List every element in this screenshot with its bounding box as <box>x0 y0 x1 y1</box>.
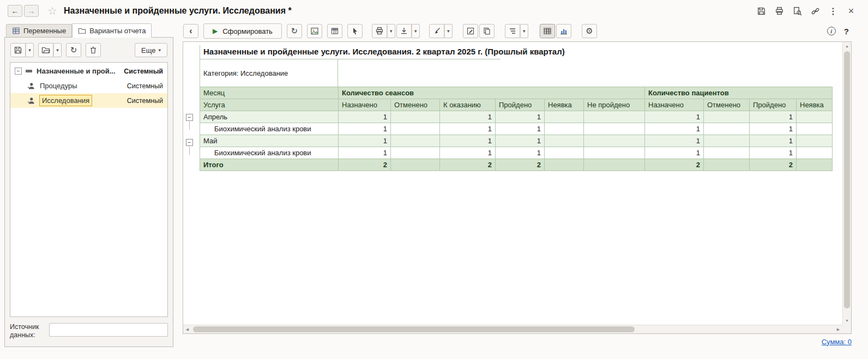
more-button[interactable]: Еще ▾ <box>135 43 167 57</box>
cell-value: 1 <box>339 135 391 147</box>
scroll-down-icon[interactable]: ▼ <box>843 317 851 325</box>
collapse-icon[interactable]: − <box>15 68 22 75</box>
save-icon[interactable] <box>755 5 767 17</box>
variants-panel: ▾ ▾ ↻ Еще ▾ −Назначенные и прой...Систе <box>4 37 173 347</box>
scroll-up-icon[interactable]: ▲ <box>843 42 851 50</box>
pointer-button[interactable] <box>347 24 363 38</box>
tree-row[interactable]: ПроцедурыСистемный <box>10 78 167 93</box>
horizontal-scrollbar[interactable]: ◀ ▶ <box>183 325 842 333</box>
datasource-input[interactable] <box>49 323 168 337</box>
collapse-settings-button[interactable]: ‹ <box>183 24 198 38</box>
table-row[interactable]: Биохимический анализ крови11111 <box>200 147 833 159</box>
forward-button[interactable]: → <box>24 5 39 17</box>
tree-row[interactable]: −Назначенные и прой...Системный <box>10 64 167 78</box>
cell-value <box>391 159 440 171</box>
save-split-button: ▾ <box>10 43 34 57</box>
variants-tree: −Назначенные и прой...СистемныйПроцедуры… <box>10 62 168 317</box>
save-variant-button[interactable] <box>10 43 26 57</box>
settings-gear-button[interactable]: ⚙ <box>582 24 597 38</box>
scrollbar-corner <box>842 325 851 333</box>
print-report-dropdown[interactable]: ▾ <box>387 24 395 38</box>
history-nav: ← → <box>8 5 39 17</box>
preview-icon[interactable] <box>791 5 803 17</box>
refresh-variants-button[interactable]: ↻ <box>66 43 81 57</box>
cell-value: 1 <box>339 123 391 135</box>
cell-value: 1 <box>750 123 797 135</box>
group-collapse-icon[interactable]: − <box>186 139 193 146</box>
cell-value <box>704 111 750 123</box>
report-toolbar: ‹ ▶ Сформировать ↻ ▾ <box>183 23 852 41</box>
variant-group-icon <box>26 70 32 72</box>
scroll-right-icon[interactable]: ▶ <box>834 325 842 333</box>
export-split-button: ▾ <box>396 24 420 38</box>
favorite-star-icon[interactable]: ☆ <box>47 5 57 16</box>
delete-variant-button[interactable] <box>86 43 101 57</box>
open-variant-dropdown[interactable]: ▾ <box>53 43 62 57</box>
cell-value <box>545 135 584 147</box>
print-split-button: ▾ <box>372 24 395 38</box>
format-brush-dropdown[interactable]: ▾ <box>444 24 453 38</box>
group-line <box>189 121 190 130</box>
generate-button[interactable]: ▶ Сформировать <box>203 23 282 39</box>
column-header: К оказанию <box>440 99 496 111</box>
view-chart-button[interactable] <box>556 24 571 38</box>
cell-value: 1 <box>440 111 496 123</box>
export-button[interactable] <box>396 24 412 38</box>
group-collapse-icon[interactable]: − <box>186 114 193 121</box>
info-icon[interactable]: i <box>827 27 836 35</box>
cell-value <box>704 135 750 147</box>
view-table-button[interactable] <box>540 24 555 38</box>
table-row[interactable]: Итого22222 <box>200 159 833 171</box>
column-header: Пройдено <box>496 99 545 111</box>
sum-link[interactable]: Сумма: 0 <box>822 338 852 346</box>
tab-report-variants[interactable]: Варианты отчета <box>72 23 152 38</box>
cell-value: 1 <box>440 135 496 147</box>
horizontal-scroll-thumb[interactable] <box>193 326 635 332</box>
print-icon[interactable] <box>773 5 785 17</box>
back-button[interactable]: ← <box>8 5 22 17</box>
cell-value: 1 <box>645 147 704 159</box>
format-brush-button[interactable] <box>429 24 444 38</box>
cell-value: 1 <box>645 123 704 135</box>
left-panel: Переменные Варианты отчета ▾ <box>4 23 173 347</box>
cell-value: 1 <box>645 111 704 123</box>
report-variant-icon <box>27 96 35 105</box>
page-title: Назначенные и пройденные услуги. Исследо… <box>64 6 292 16</box>
row-label: Апрель <box>200 111 339 123</box>
picture-button[interactable] <box>307 24 322 38</box>
help-icon[interactable]: ? <box>844 27 849 36</box>
save-variant-dropdown[interactable]: ▾ <box>26 43 34 57</box>
report-title: Назначенные и пройденные услуги. Исследо… <box>200 45 501 59</box>
print-report-button[interactable] <box>372 24 387 38</box>
play-icon: ▶ <box>213 27 218 35</box>
grouping-dropdown[interactable]: ▾ <box>520 24 528 38</box>
kebab-menu-icon[interactable]: ⋮ <box>827 5 839 17</box>
column-header: Отменено <box>391 99 440 111</box>
table-row[interactable]: Биохимический анализ крови11111 <box>200 123 833 135</box>
tab-variables[interactable]: Переменные <box>6 24 72 37</box>
cell-value: 2 <box>496 159 545 171</box>
cell-value: 1 <box>750 111 797 123</box>
close-icon[interactable]: × <box>845 5 857 17</box>
column-group-header: Месяц <box>200 87 339 99</box>
tree-row[interactable]: ИсследованияСистемный <box>10 93 167 108</box>
format-split-button: ▾ <box>429 24 453 38</box>
row-label: Итого <box>200 159 339 171</box>
refresh-report-button[interactable]: ↻ <box>287 24 302 38</box>
column-header: Неявка <box>797 99 833 111</box>
headers-button[interactable] <box>327 24 342 38</box>
table-row[interactable]: Май11111 <box>200 135 833 147</box>
export-dropdown[interactable]: ▾ <box>412 24 420 38</box>
datasource-label: Источник данных: <box>10 323 45 340</box>
vertical-scrollbar[interactable]: ▲ ▼ <box>842 42 851 325</box>
vertical-scroll-thumb[interactable] <box>844 51 850 308</box>
link-icon[interactable] <box>809 5 821 17</box>
cell-value: 2 <box>339 159 391 171</box>
scroll-left-icon[interactable]: ◀ <box>183 325 191 333</box>
grouping-button[interactable] <box>505 24 520 38</box>
generate-button-label: Сформировать <box>222 27 273 35</box>
table-row[interactable]: Апрель11111 <box>200 111 833 123</box>
copy-button[interactable] <box>479 24 495 38</box>
edit-button[interactable] <box>463 24 478 38</box>
open-variant-button[interactable] <box>38 43 53 57</box>
